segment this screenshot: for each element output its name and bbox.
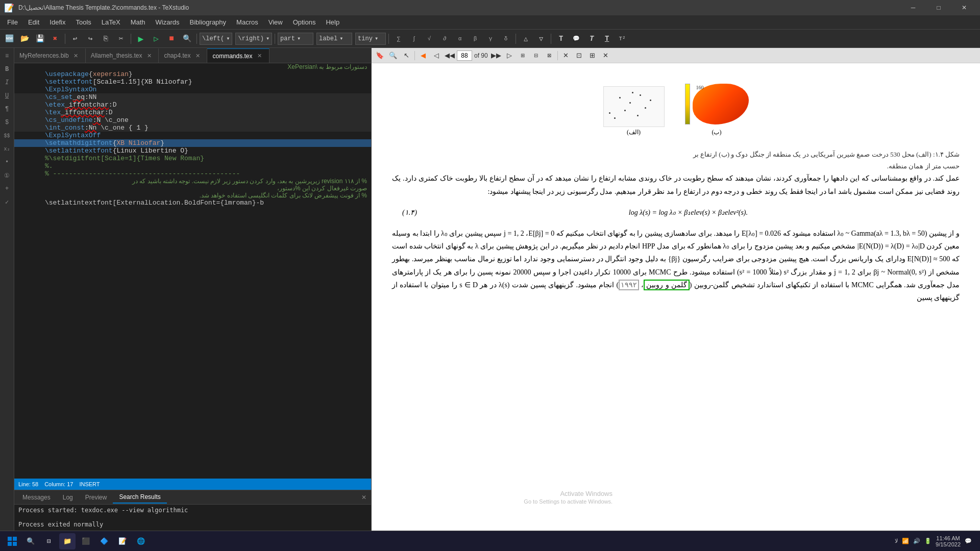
sidebar-icon-bold[interactable]: B: [1, 63, 13, 76]
search-taskbar-button[interactable]: 🔍: [22, 533, 39, 549]
doc-fullscreen-button[interactable]: ⊞: [586, 49, 599, 62]
tab-close-allameh[interactable]: ✕: [145, 52, 153, 60]
tab-close-chap4[interactable]: ✕: [193, 52, 202, 60]
sidebar-icon-numbered[interactable]: ①: [1, 169, 13, 182]
doc-page-input[interactable]: [457, 51, 472, 61]
doc-prev-page-arrow[interactable]: ◀: [417, 49, 429, 62]
tab-commands[interactable]: commands.tex ✕: [207, 48, 269, 63]
math-btn-8[interactable]: δ: [499, 32, 513, 46]
comment-btn[interactable]: 💬: [569, 32, 583, 46]
doc-close-button[interactable]: ✕: [560, 49, 572, 62]
math-btn-3[interactable]: √: [422, 32, 436, 46]
menu-file[interactable]: File: [2, 16, 23, 28]
text-format-T[interactable]: T: [554, 32, 568, 46]
stop-button[interactable]: ■: [164, 32, 179, 46]
sidebar-icon-dollar[interactable]: $: [1, 116, 13, 129]
underline-T[interactable]: T: [600, 32, 614, 46]
menu-bibliography[interactable]: Bibliography: [185, 16, 232, 28]
doc-content[interactable]: 160 (ب): [372, 63, 980, 539]
math-btn-7[interactable]: γ: [483, 32, 498, 46]
doc-search-button[interactable]: 🔍: [387, 49, 399, 62]
doc-select-button[interactable]: ↖: [400, 49, 412, 62]
vscode-taskbar-button[interactable]: 🔷: [96, 533, 112, 549]
triangle-btn-2[interactable]: ▽: [534, 32, 548, 46]
menu-macros[interactable]: Macros: [231, 16, 263, 28]
doc-maximize-button[interactable]: ⊡: [573, 49, 585, 62]
superscript-btn[interactable]: T²: [615, 32, 629, 46]
maximize-button[interactable]: □: [927, 0, 950, 15]
menu-view[interactable]: View: [263, 16, 288, 28]
copy-button[interactable]: ⎘: [99, 32, 113, 46]
math-btn-2[interactable]: ∫: [407, 32, 421, 46]
search-button[interactable]: 🔍: [180, 32, 194, 46]
sidebar-icon-italic[interactable]: I: [1, 77, 13, 89]
menu-tools[interactable]: Tools: [70, 16, 96, 28]
math-btn-5[interactable]: α: [453, 32, 467, 46]
sidebar-icon-check[interactable]: ✓: [1, 196, 13, 208]
menu-help[interactable]: Help: [321, 16, 345, 28]
open-file-button[interactable]: 📂: [17, 32, 32, 46]
save-file-button[interactable]: 💾: [33, 32, 47, 46]
bottom-close-button[interactable]: ✕: [359, 492, 369, 503]
cut-button[interactable]: ✂: [114, 32, 128, 46]
doc-panel-btn2[interactable]: ⊟: [530, 49, 542, 62]
tab-close-myreferences[interactable]: ✕: [72, 52, 80, 60]
menu-latex[interactable]: LaTeX: [96, 16, 126, 28]
sidebar-icon-plus[interactable]: +: [1, 183, 13, 195]
new-file-button[interactable]: 🆕: [2, 32, 16, 46]
tab-chap4[interactable]: chap4.tex ✕: [159, 48, 207, 63]
math-btn-4[interactable]: ∂: [437, 32, 452, 46]
undo-button[interactable]: ↩: [68, 32, 82, 46]
title-bar-left: 📝 D:\تحصیل\Allame Thesis Template.2\comm…: [4, 3, 189, 13]
triangle-btn-1[interactable]: △: [519, 32, 533, 46]
run-button[interactable]: ▶: [134, 32, 148, 46]
math-btn-1[interactable]: ∑: [391, 32, 406, 46]
code-editor[interactable]: دستورات مربوط به \XePersian \usepackage{…: [14, 63, 371, 479]
tab-preview[interactable]: Preview: [79, 492, 113, 503]
sidebar-icon-sub[interactable]: x₂: [1, 143, 13, 155]
tab-search-results[interactable]: Search Results: [113, 491, 166, 504]
minimize-button[interactable]: ─: [901, 0, 925, 15]
explorer-taskbar-button[interactable]: 📁: [59, 533, 76, 549]
sidebar-icon-bullet[interactable]: •: [1, 156, 13, 168]
menu-math[interactable]: Math: [126, 16, 151, 28]
sidebar-icon-ss[interactable]: $$: [1, 130, 13, 142]
doc-panel-btn3[interactable]: ⊠: [543, 49, 555, 62]
tab-messages[interactable]: Messages: [16, 492, 57, 503]
size-dropdown[interactable]: tiny▾: [355, 33, 386, 45]
tab-close-commands[interactable]: ✕: [256, 52, 264, 60]
close-button[interactable]: ✕: [952, 0, 976, 15]
doc-panel-close[interactable]: ✕: [600, 49, 612, 62]
doc-nav-back[interactable]: ◀◀: [444, 49, 456, 62]
doc-next-button[interactable]: ▷: [503, 49, 516, 62]
start-button[interactable]: [4, 533, 20, 549]
notifications-button[interactable]: 💬: [965, 538, 972, 544]
menu-edit[interactable]: Edit: [23, 16, 44, 28]
doc-panel-btn1[interactable]: ⊞: [517, 49, 529, 62]
left-delim-dropdown[interactable]: \left(▾: [200, 33, 232, 45]
texstudio-taskbar-button[interactable]: 📝: [114, 533, 131, 549]
part-dropdown[interactable]: part▾: [278, 33, 313, 45]
tab-allameh[interactable]: Allameh_thesis.tex ✕: [86, 48, 159, 63]
close-file-button[interactable]: ✖: [48, 32, 62, 46]
sidebar-icon-para[interactable]: ¶: [1, 103, 13, 115]
doc-prev-button[interactable]: ◁: [430, 49, 443, 62]
menu-idefix[interactable]: Idefix: [44, 16, 70, 28]
tab-myreferences[interactable]: MyReferences.bib ✕: [14, 48, 86, 63]
chrome-taskbar-button[interactable]: 🌐: [133, 533, 149, 549]
redo-button[interactable]: ↪: [83, 32, 97, 46]
sidebar-icon-1[interactable]: ≡: [1, 50, 13, 62]
tab-log[interactable]: Log: [57, 492, 79, 503]
doc-nav-forward[interactable]: ▶▶: [490, 49, 502, 62]
compile-button[interactable]: ▷: [149, 32, 163, 46]
italic-T[interactable]: T: [584, 32, 599, 46]
menu-options[interactable]: Options: [288, 16, 321, 28]
menu-wizards[interactable]: Wizards: [151, 16, 185, 28]
terminal-taskbar-button[interactable]: ⬛: [78, 533, 94, 549]
math-btn-6[interactable]: β: [468, 32, 482, 46]
label-dropdown[interactable]: label▾: [316, 33, 352, 45]
right-delim-dropdown[interactable]: \right)▾: [235, 33, 272, 45]
doc-bookmark-button[interactable]: 🔖: [374, 49, 386, 62]
sidebar-icon-underline[interactable]: U: [1, 90, 13, 102]
taskview-button[interactable]: ⊟: [41, 533, 57, 549]
